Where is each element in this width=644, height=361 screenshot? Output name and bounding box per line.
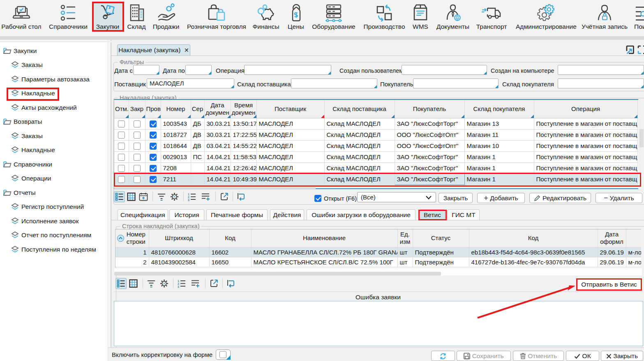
svg-text:1: 1 bbox=[178, 280, 179, 282]
svg-text:3: 3 bbox=[188, 199, 189, 201]
svg-text:1: 1 bbox=[188, 193, 189, 196]
svg-text:2: 2 bbox=[188, 196, 189, 199]
svg-text:3: 3 bbox=[178, 285, 179, 288]
svg-text:2: 2 bbox=[178, 282, 179, 285]
